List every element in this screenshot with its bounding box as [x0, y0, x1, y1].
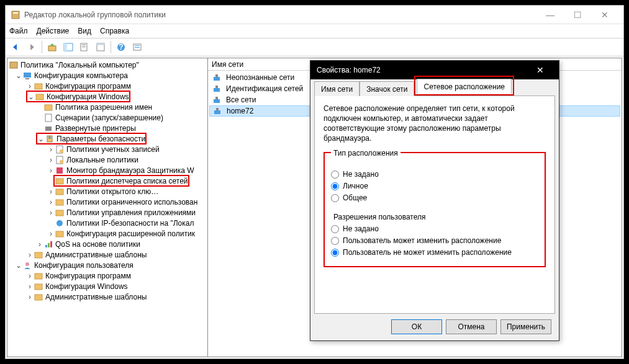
svg-rect-18: [35, 84, 42, 89]
svg-rect-2: [48, 46, 56, 51]
properties-button[interactable]: [93, 40, 108, 55]
menu-help[interactable]: Справка: [100, 27, 129, 35]
radio-input[interactable]: [331, 194, 339, 202]
tree-comp-conf[interactable]: Конфигурация компьютера: [34, 70, 128, 81]
tree-qos[interactable]: QoS на основе политики: [55, 239, 140, 250]
folder-icon: [55, 208, 65, 218]
tree-name-res[interactable]: Политика разрешения имен: [55, 102, 152, 113]
tree-win-conf[interactable]: Конфигурация Windows: [47, 91, 129, 102]
tree-win-conf2[interactable]: Конфигурация Windows: [45, 281, 128, 292]
ok-button[interactable]: ОК: [391, 319, 442, 334]
back-button[interactable]: [8, 40, 23, 55]
security-icon: [45, 134, 55, 144]
expander-icon[interactable]: ⌄: [15, 260, 22, 271]
menu-file[interactable]: Файл: [9, 27, 28, 35]
tree-pk-pol[interactable]: Политики открытого клю…: [66, 186, 158, 197]
radio-input[interactable]: [331, 171, 339, 179]
filter-button[interactable]: [130, 40, 145, 55]
close-button[interactable]: ✕: [591, 6, 618, 24]
expander-icon[interactable]: ›: [47, 228, 55, 239]
svg-rect-36: [45, 245, 47, 247]
tree-admin-t1[interactable]: Административные шаблоны: [45, 249, 147, 260]
user-icon: [22, 260, 32, 270]
expander-icon[interactable]: ›: [47, 207, 55, 218]
titlebar: Редактор локальной групповой политики — …: [6, 6, 623, 24]
radio-input[interactable]: [331, 182, 339, 190]
tree-admin-t2[interactable]: Административные шаблоны: [45, 291, 147, 303]
radio-input[interactable]: [331, 225, 339, 233]
tree-local-pol[interactable]: Локальные политики: [66, 154, 138, 166]
tree-adv-audit[interactable]: Конфигурация расширенной политик: [66, 228, 195, 239]
radio-perm-cannot-change[interactable]: Пользователь не может изменить расположе…: [331, 248, 538, 257]
menu-view[interactable]: Вид: [78, 27, 91, 35]
expander-icon[interactable]: ›: [47, 186, 55, 197]
computer-icon: [22, 71, 32, 81]
tree-user-conf[interactable]: Конфигурация пользователя: [34, 260, 133, 271]
minimize-button[interactable]: —: [536, 6, 564, 24]
radio-loc-private[interactable]: Личное: [331, 182, 538, 190]
expander-icon[interactable]: ›: [26, 270, 34, 282]
export-list-button[interactable]: [77, 40, 92, 55]
svg-rect-6: [82, 45, 86, 45]
tab-network-icon[interactable]: Значок сети: [360, 81, 414, 96]
window-title: Редактор локальной групповой политики: [24, 11, 536, 19]
tree-restr-use[interactable]: Политики ограниченного использован: [66, 197, 197, 208]
svg-point-26: [60, 149, 63, 153]
radio-input[interactable]: [331, 237, 339, 245]
expander-icon[interactable]: ›: [26, 291, 34, 303]
expander-icon[interactable]: ›: [26, 81, 34, 92]
tree-acct-pol[interactable]: Политики учетных записей: [66, 144, 160, 155]
maximize-button[interactable]: ☐: [564, 6, 591, 24]
tab-network-name[interactable]: Имя сети: [314, 81, 360, 96]
radio-input[interactable]: [331, 249, 339, 257]
svg-rect-45: [215, 74, 218, 77]
tree-deployed[interactable]: Развернутые принтеры: [55, 123, 136, 134]
tree-root[interactable]: Политика "Локальный компьютер": [20, 60, 139, 71]
svg-rect-13: [135, 45, 140, 46]
radio-perm-notset[interactable]: Не задано: [331, 224, 538, 233]
expander-icon[interactable]: ›: [26, 281, 34, 292]
expander-icon[interactable]: ⌄: [37, 133, 45, 144]
tree-sw-conf[interactable]: Конфигурация программ: [45, 81, 131, 92]
dialog-close-button[interactable]: ✕: [528, 61, 553, 79]
tree-ipsec[interactable]: Политики IP-безопасности на "Локал: [66, 218, 194, 229]
expander-icon[interactable]: ›: [47, 165, 55, 176]
policy-icon: [55, 155, 65, 165]
tree-nlm-pol[interactable]: Политики диспетчера списка сетей: [66, 175, 188, 187]
expander-icon[interactable]: ⌄: [15, 70, 22, 81]
expander-icon[interactable]: ›: [26, 249, 34, 260]
help-button[interactable]: ?: [114, 40, 129, 55]
svg-point-28: [60, 160, 63, 164]
svg-rect-46: [214, 88, 220, 92]
folder-icon: [43, 102, 53, 112]
radio-loc-public[interactable]: Общее: [331, 193, 538, 202]
radio-perm-can-change[interactable]: Пользователь может изменить расположение: [331, 236, 538, 245]
radio-label: Не задано: [343, 170, 379, 179]
expander-icon[interactable]: ›: [47, 154, 55, 166]
up-button[interactable]: [45, 40, 60, 55]
tab-network-location[interactable]: Сетевое расположение: [417, 79, 512, 94]
folder-icon: [55, 229, 65, 239]
svg-rect-1: [13, 12, 18, 14]
folder-icon: [34, 292, 43, 302]
show-hide-tree-button[interactable]: [61, 40, 76, 55]
apply-button[interactable]: Применить: [500, 319, 551, 334]
list-item-label: Идентификация сетей: [226, 84, 303, 93]
tree-sec-params[interactable]: Параметры безопасности: [57, 133, 145, 144]
list-item-label: home72: [227, 107, 253, 115]
forward-button[interactable]: [24, 40, 39, 55]
radio-loc-notset[interactable]: Не задано: [331, 170, 538, 179]
tree-sw-conf2[interactable]: Конфигурация программ: [45, 270, 131, 282]
expander-icon[interactable]: ›: [47, 197, 55, 208]
expander-icon[interactable]: ›: [36, 239, 43, 250]
tree-fw-mon[interactable]: Монитор брандмауэра Защитника W: [66, 165, 194, 176]
cancel-button[interactable]: Отмена: [446, 319, 497, 334]
dialog-tabs: Имя сети Значок сети Сетевое расположени…: [310, 79, 559, 95]
location-type-fieldset: Тип расположения Не задано Личное Общее …: [324, 152, 546, 267]
expander-icon[interactable]: ⌄: [27, 91, 35, 102]
tree-app-ctrl[interactable]: Политики управления приложениями: [66, 207, 196, 218]
svg-rect-51: [216, 108, 219, 110]
expander-icon[interactable]: ›: [47, 144, 55, 155]
menu-action[interactable]: Действие: [37, 27, 70, 35]
tree-scripts[interactable]: Сценарии (запуск/завершение): [55, 112, 163, 123]
